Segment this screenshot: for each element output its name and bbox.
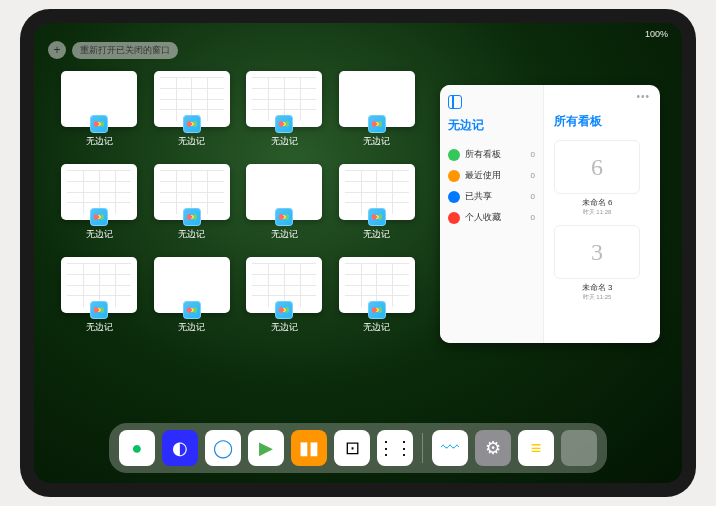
freeform-icon[interactable]: 〰 [432, 430, 468, 466]
board-label: 未命名 3 [554, 282, 640, 293]
add-button[interactable]: + [48, 41, 66, 59]
app-thumbnail[interactable] [339, 164, 415, 220]
app-label: 无边记 [86, 321, 113, 334]
wechat-icon[interactable]: ● [119, 430, 155, 466]
app-label: 无边记 [271, 135, 298, 148]
app-thumbnail[interactable] [154, 257, 230, 313]
ipad-device: 100% + 重新打开已关闭的窗口 无边记无边记无边记无边记无边记无边记无边记无… [20, 9, 696, 497]
sidebar-item-count: 0 [531, 192, 535, 201]
app-thumbnail[interactable] [246, 71, 322, 127]
freeform-app-icon [368, 301, 386, 319]
app-window[interactable]: 无边记 [243, 164, 326, 241]
app-thumbnail[interactable] [154, 164, 230, 220]
freeform-app-icon [90, 301, 108, 319]
app-label: 无边记 [363, 135, 390, 148]
app-window[interactable]: 无边记 [243, 71, 326, 148]
app-folder-icon[interactable] [561, 430, 597, 466]
app-label: 无边记 [86, 228, 113, 241]
more-icon[interactable]: ••• [636, 91, 650, 102]
app-label: 无边记 [178, 228, 205, 241]
app-label: 无边记 [86, 135, 113, 148]
freeform-app-icon [183, 208, 201, 226]
dock-separator [422, 433, 423, 463]
board-label: 未命名 6 [554, 197, 640, 208]
app-thumbnail[interactable] [339, 71, 415, 127]
sidebar-item-count: 0 [531, 150, 535, 159]
ipad-screen: 100% + 重新打开已关闭的窗口 无边记无边记无边记无边记无边记无边记无边记无… [34, 23, 682, 483]
settings-icon[interactable]: ⚙ [475, 430, 511, 466]
panel-content: ••• 所有看板 6未命名 6昨天 11:283未命名 3昨天 11:25 [544, 85, 660, 343]
app-window[interactable]: 无边记 [151, 71, 234, 148]
top-controls: + 重新打开已关闭的窗口 [48, 41, 178, 59]
sidebar-item[interactable]: 已共享0 [448, 186, 535, 207]
app-window[interactable]: 无边记 [58, 257, 141, 334]
app-label: 无边记 [271, 321, 298, 334]
app-label: 无边记 [178, 321, 205, 334]
app-window[interactable]: 无边记 [151, 164, 234, 241]
sidebar-item-icon [448, 149, 460, 161]
sidebar-item-icon [448, 212, 460, 224]
sidebar-item-icon [448, 191, 460, 203]
sidebar-item-label: 最近使用 [465, 169, 501, 182]
sidebar-item-label: 所有看板 [465, 148, 501, 161]
app-thumbnail[interactable] [61, 257, 137, 313]
board-thumbnail[interactable]: 3 [554, 225, 640, 279]
board-thumbnail[interactable]: 6 [554, 140, 640, 194]
status-bar: 100% [645, 29, 668, 39]
freeform-app-icon [368, 115, 386, 133]
app-thumbnail[interactable] [339, 257, 415, 313]
app-label: 无边记 [363, 321, 390, 334]
dice-icon[interactable]: ⊡ [334, 430, 370, 466]
quark-icon[interactable]: ◐ [162, 430, 198, 466]
freeform-app-icon [368, 208, 386, 226]
app-window[interactable]: 无边记 [243, 257, 326, 334]
app-window[interactable]: 无边记 [58, 71, 141, 148]
freeform-app-icon [275, 208, 293, 226]
freeform-app-icon [90, 208, 108, 226]
board-sublabel: 昨天 11:28 [554, 208, 640, 217]
sidebar-item-label: 个人收藏 [465, 211, 501, 224]
sidebar-item-icon [448, 170, 460, 182]
nodes-icon[interactable]: ⋮⋮ [377, 430, 413, 466]
app-label: 无边记 [178, 135, 205, 148]
freeform-app-icon [275, 301, 293, 319]
freeform-app-icon [183, 301, 201, 319]
app-thumbnail[interactable] [246, 164, 322, 220]
freeform-app-icon [275, 115, 293, 133]
freeform-app-icon [90, 115, 108, 133]
app-label: 无边记 [271, 228, 298, 241]
app-window[interactable]: 无边记 [58, 164, 141, 241]
battery-text: 100% [645, 29, 668, 39]
freeform-app-icon [183, 115, 201, 133]
notes-icon[interactable]: ≡ [518, 430, 554, 466]
freeform-panel[interactable]: 无边记 所有看板0最近使用0已共享0个人收藏0 ••• 所有看板 6未命名 6昨… [440, 85, 660, 343]
app-window[interactable]: 无边记 [151, 257, 234, 334]
app-label: 无边记 [363, 228, 390, 241]
app-thumbnail[interactable] [246, 257, 322, 313]
board-card[interactable]: 3未命名 3昨天 11:25 [554, 225, 640, 302]
reopen-closed-window-button[interactable]: 重新打开已关闭的窗口 [72, 42, 178, 59]
sidebar-toggle-icon[interactable] [448, 95, 462, 109]
play-icon[interactable]: ▶ [248, 430, 284, 466]
panel-right-title: 所有看板 [554, 113, 650, 130]
books-icon[interactable]: ▮▮ [291, 430, 327, 466]
app-switcher-grid: 无边记无边记无边记无边记无边记无边记无边记无边记无边记无边记无边记无边记 [58, 71, 418, 334]
app-window[interactable]: 无边记 [336, 164, 419, 241]
panel-left-title: 无边记 [448, 117, 535, 134]
app-thumbnail[interactable] [154, 71, 230, 127]
board-sublabel: 昨天 11:25 [554, 293, 640, 302]
sidebar-item[interactable]: 所有看板0 [448, 144, 535, 165]
sidebar-item-label: 已共享 [465, 190, 492, 203]
dock: ●◐◯▶▮▮⊡⋮⋮〰⚙≡ [109, 423, 607, 473]
qq-browser-icon[interactable]: ◯ [205, 430, 241, 466]
app-window[interactable]: 无边记 [336, 257, 419, 334]
app-thumbnail[interactable] [61, 164, 137, 220]
board-card[interactable]: 6未命名 6昨天 11:28 [554, 140, 640, 217]
sidebar-item[interactable]: 个人收藏0 [448, 207, 535, 228]
app-thumbnail[interactable] [61, 71, 137, 127]
app-window[interactable]: 无边记 [336, 71, 419, 148]
sidebar-item[interactable]: 最近使用0 [448, 165, 535, 186]
sidebar-item-count: 0 [531, 171, 535, 180]
panel-sidebar: 无边记 所有看板0最近使用0已共享0个人收藏0 [440, 85, 544, 343]
sidebar-item-count: 0 [531, 213, 535, 222]
